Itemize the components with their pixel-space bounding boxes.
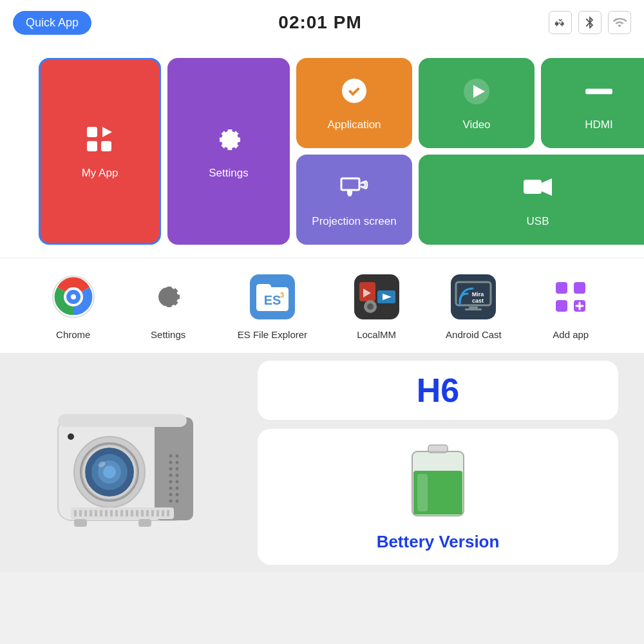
svg-text:Mira: Mira (472, 291, 485, 298)
chrome-label: Chrome (56, 329, 90, 340)
svg-rect-84 (151, 510, 154, 516)
svg-rect-2 (87, 141, 97, 151)
svg-rect-69 (74, 510, 77, 516)
svg-point-55 (176, 461, 179, 464)
video-icon (460, 75, 493, 113)
svg-point-60 (169, 480, 173, 484)
settings-tile[interactable]: Settings (167, 58, 290, 245)
projection-label: Projection screen (312, 215, 396, 228)
svg-point-61 (176, 480, 179, 484)
svg-rect-3 (101, 141, 111, 151)
svg-rect-37 (556, 300, 567, 312)
product-info: H6 Bettery Version (258, 361, 618, 565)
application-label: Application (327, 118, 381, 131)
application-tile[interactable]: Application (296, 58, 412, 148)
settings2-icon (142, 271, 194, 323)
svg-rect-75 (105, 510, 108, 516)
svg-rect-6 (585, 88, 612, 93)
svg-rect-70 (79, 510, 82, 516)
svg-point-54 (169, 461, 173, 464)
es-file-icon: ES 3 (247, 271, 298, 323)
time-display: 02:01 PM (278, 12, 361, 33)
android-cast-app[interactable]: Mira cast Android Cast (446, 271, 502, 340)
svg-point-48 (103, 466, 116, 478)
svg-text:cast: cast (472, 298, 484, 304)
status-icons (549, 11, 631, 34)
settings2-app[interactable]: Settings (142, 271, 194, 340)
svg-point-67 (176, 500, 179, 503)
localmm-label: LocalMM (357, 329, 396, 340)
svg-point-53 (176, 455, 179, 458)
svg-rect-74 (100, 510, 102, 516)
svg-rect-51 (58, 414, 187, 427)
svg-point-52 (169, 455, 173, 458)
svg-rect-79 (126, 510, 128, 516)
svg-point-56 (169, 468, 173, 471)
svg-rect-89 (74, 519, 87, 527)
svg-rect-7 (341, 178, 359, 190)
svg-point-62 (169, 487, 173, 490)
svg-rect-72 (90, 510, 92, 516)
hdmi-tile[interactable]: HDMI (541, 58, 644, 148)
video-tile[interactable]: Video (419, 58, 535, 148)
battery-card: Bettery Version (258, 429, 618, 565)
svg-point-88 (68, 433, 74, 440)
svg-rect-92 (428, 445, 448, 453)
svg-rect-10 (524, 180, 542, 194)
usb-tile[interactable]: USB (419, 155, 644, 245)
es-file-app[interactable]: ES 3 ES File Explorer (238, 271, 307, 340)
localmm-icon (351, 271, 402, 323)
settings-label: Settings (209, 167, 248, 180)
projection-tile[interactable]: Projection screen (296, 155, 412, 245)
svg-rect-80 (131, 510, 133, 516)
bluetooth-status-icon (578, 11, 601, 34)
top-bar: Quick App 02:01 PM (0, 0, 644, 45)
svg-point-16 (71, 294, 76, 299)
hdmi-label: HDMI (585, 118, 612, 131)
svg-rect-36 (574, 282, 585, 294)
svg-rect-76 (110, 510, 113, 516)
localmm-app[interactable]: LocalMM (351, 271, 402, 340)
settings-icon (213, 124, 245, 162)
quick-app-button[interactable]: Quick App (13, 11, 91, 35)
add-app[interactable]: Add app (545, 271, 596, 340)
projector-image (26, 372, 245, 553)
chrome-app[interactable]: Chrome (48, 271, 99, 340)
battery-illustration (406, 442, 470, 526)
svg-rect-71 (84, 510, 87, 516)
svg-point-34 (548, 274, 593, 319)
my-app-tile[interactable]: My App (39, 58, 161, 245)
small-apps-section: Chrome Settings ES 3 ES (0, 258, 644, 353)
apps-grid: My App Settings Applicatio (39, 58, 605, 245)
apps-section: My App Settings Applicatio (0, 45, 644, 258)
es-file-label: ES File Explorer (238, 329, 307, 340)
battery-version-label: Bettery Version (377, 532, 500, 552)
projection-icon (338, 172, 370, 210)
android-cast-icon: Mira cast (448, 271, 499, 323)
svg-rect-87 (167, 510, 169, 516)
product-section: H6 Bettery Version (0, 353, 644, 572)
svg-rect-86 (162, 510, 164, 516)
add-app-icon (545, 271, 596, 323)
svg-rect-35 (556, 282, 567, 294)
my-app-label: My App (82, 167, 118, 180)
usb-status-icon (549, 11, 572, 34)
svg-rect-78 (120, 510, 123, 516)
svg-rect-90 (138, 519, 151, 527)
svg-point-24 (367, 303, 374, 310)
svg-rect-77 (115, 510, 118, 516)
svg-rect-73 (95, 510, 97, 516)
hdmi-icon (583, 75, 615, 113)
svg-rect-9 (347, 190, 352, 194)
svg-rect-83 (146, 510, 149, 516)
h6-title: H6 (417, 372, 459, 409)
svg-text:3: 3 (280, 291, 284, 299)
usb-cam-icon (522, 172, 554, 210)
svg-point-66 (169, 500, 173, 503)
svg-marker-11 (542, 178, 552, 196)
my-app-icon (84, 124, 116, 162)
svg-rect-82 (141, 510, 144, 516)
svg-point-64 (169, 493, 173, 497)
svg-rect-0 (87, 127, 97, 137)
h6-card: H6 (258, 361, 618, 420)
